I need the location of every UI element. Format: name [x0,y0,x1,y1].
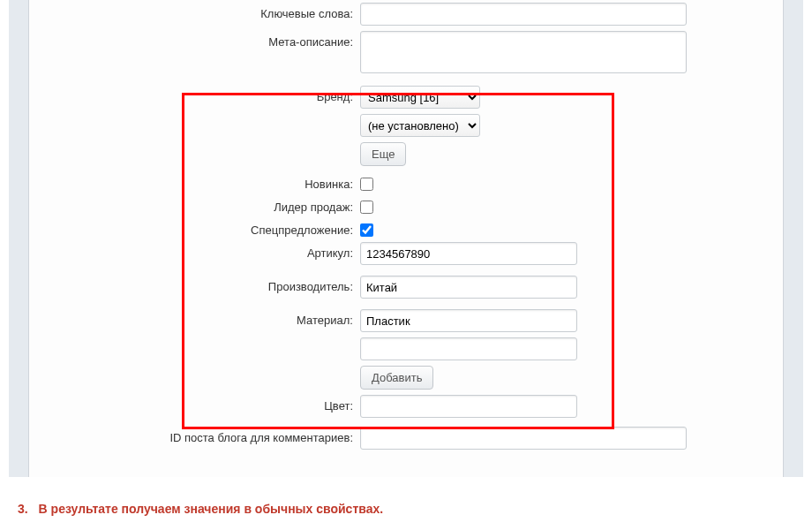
footnote: 3. В результате получаем значения в обыч… [18,502,383,516]
special-offer-checkbox[interactable] [360,223,373,237]
row-brand: Бренд: Samsung [16] (не установлено) Еще [29,86,783,166]
row-color: Цвет: [29,395,783,418]
row-manufacturer: Производитель: [29,276,783,299]
label-blog-post-id: ID поста блога для комментариев: [29,427,360,444]
footnote-text: В результате получаем значения в обычных… [39,502,384,516]
label-keywords: Ключевые слова: [29,3,360,20]
label-bestseller: Лидер продаж: [29,196,360,214]
row-material: Материал: Добавить [29,309,783,390]
label-sku: Артикул: [29,242,360,260]
label-material: Материал: [29,309,360,327]
add-button[interactable]: Добавить [360,366,433,390]
label-manufacturer: Производитель: [29,276,360,293]
color-input[interactable] [360,395,577,418]
form-panel: Ключевые слова: Мета-описание: Бренд: Sa… [28,0,784,477]
meta-description-input[interactable] [360,31,687,73]
sku-input[interactable] [360,242,577,265]
new-product-checkbox[interactable] [360,178,373,191]
row-bestseller: Лидер продаж: [29,196,783,214]
label-brand: Бренд: [29,86,360,103]
label-meta-description: Мета-описание: [29,31,360,49]
form-rows: Ключевые слова: Мета-описание: Бренд: Sa… [29,0,783,450]
label-color: Цвет: [29,395,360,413]
bestseller-checkbox[interactable] [360,201,373,214]
material-input[interactable] [360,309,577,332]
row-blog-post-id: ID поста блога для комментариев: [29,427,783,450]
row-meta-description: Мета-описание: [29,31,783,73]
row-special-offer: Спецпредложение: [29,219,783,237]
material-extra-input[interactable] [360,337,577,360]
more-button[interactable]: Еще [360,142,406,166]
keywords-input[interactable] [360,3,687,26]
manufacturer-input[interactable] [360,276,577,299]
blog-post-id-input[interactable] [360,427,687,450]
row-new-product: Новинка: [29,173,783,191]
label-new-product: Новинка: [29,173,360,191]
row-keywords: Ключевые слова: [29,3,783,26]
label-special-offer: Спецпредложение: [29,219,360,237]
footnote-number: 3. [18,502,28,516]
brand-select[interactable]: Samsung [16] [360,86,480,109]
brand-select-extra[interactable]: (не установлено) [360,114,480,137]
row-sku: Артикул: [29,242,783,265]
